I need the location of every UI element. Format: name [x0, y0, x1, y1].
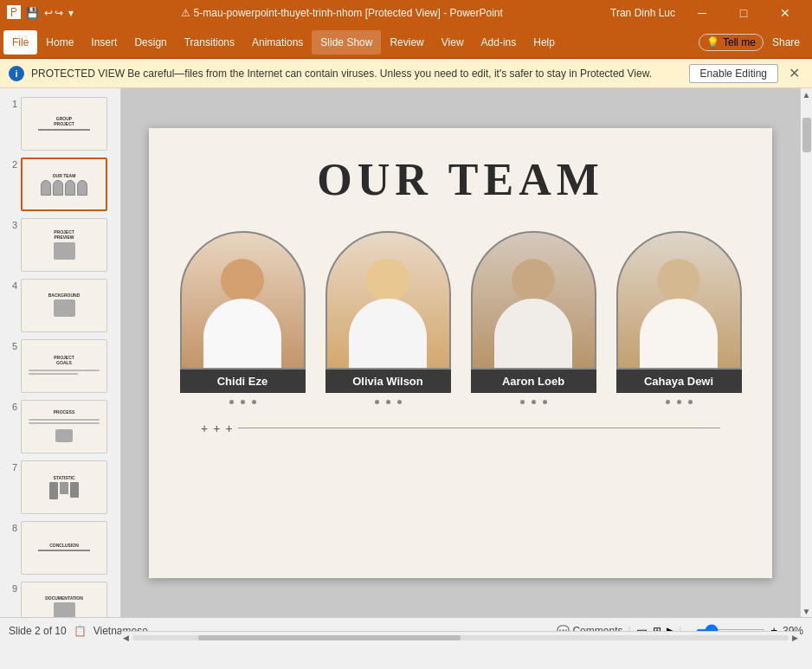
person-head-4 — [657, 259, 700, 302]
scroll-up-arrow[interactable]: ▲ — [801, 88, 813, 100]
redo-button[interactable]: ↪ — [55, 7, 63, 19]
dot — [241, 400, 245, 404]
dot — [677, 400, 681, 404]
user-name: Tran Dinh Luc — [610, 7, 675, 19]
close-protected-bar-button[interactable]: ✕ — [785, 63, 803, 83]
restore-button[interactable]: □ — [724, 0, 764, 26]
menu-help[interactable]: Help — [525, 30, 564, 55]
team-members-row: Chidi Eze Olivia Wilson — [149, 231, 772, 404]
thumb-content-8: CONCLUSION — [22, 522, 106, 574]
window-title: ⚠ 5-mau-powerpoint-thuyet-trinh-nhom [Pr… — [74, 7, 610, 19]
menu-design[interactable]: Design — [126, 30, 175, 55]
plus-icon-2: + — [213, 421, 220, 435]
member-name-1: Chidi Eze — [180, 370, 306, 393]
slide-number-4: 4 — [5, 279, 17, 291]
slide-item-2[interactable]: 2 OUR TEAM — [3, 156, 117, 213]
menu-slide-show[interactable]: Slide Show — [312, 30, 381, 55]
menu-file[interactable]: File — [3, 30, 37, 55]
member-dots-3 — [520, 400, 547, 404]
share-button[interactable]: Share — [764, 30, 809, 55]
member-dots-2 — [375, 400, 402, 404]
scrollbar-thumb[interactable] — [802, 118, 811, 152]
menu-animations[interactable]: Animations — [243, 30, 312, 55]
person-body-1 — [203, 299, 281, 368]
tell-me-label: Tell me — [723, 36, 756, 48]
slide-number-7: 7 — [5, 460, 17, 473]
plus-icon-1: + — [201, 421, 208, 435]
slide-item-4[interactable]: 4 BACKGROUND — [3, 277, 117, 334]
horizontal-scrollbar[interactable]: ◀ ▶ — [121, 631, 800, 643]
dot — [520, 400, 525, 404]
menu-view[interactable]: View — [433, 30, 473, 55]
slide-title: OUR TEAM — [149, 154, 772, 205]
person-body-3 — [494, 299, 572, 368]
person-head-3 — [512, 259, 555, 302]
member-card-3: Aaron Loeb — [468, 231, 598, 404]
h-scroll-thumb[interactable] — [198, 635, 461, 640]
dot — [543, 400, 547, 404]
slide-thumbnail-5[interactable]: PROJECTGOALS — [21, 339, 107, 393]
main-area: 1 GROUPPROJECT 2 OUR TEAM — [0, 88, 812, 617]
save-button[interactable]: 💾 — [26, 7, 39, 19]
slide-item-6[interactable]: 6 PROCESS — [3, 398, 117, 455]
minimize-button[interactable]: ─ — [682, 0, 722, 26]
thumb-content-9: DOCUMENTATION — [22, 582, 106, 617]
slide-thumbnail-1[interactable]: GROUPPROJECT — [21, 97, 107, 151]
bottom-line-area: + + + — [149, 421, 772, 435]
slide-thumbnail-4[interactable]: BACKGROUND — [21, 279, 107, 332]
plus-icon-3: + — [225, 421, 232, 435]
info-icon: i — [9, 66, 24, 81]
menu-review[interactable]: Review — [381, 30, 432, 55]
dot — [386, 400, 390, 404]
person-head-1 — [221, 259, 264, 302]
thumb-content-2: OUR TEAM — [23, 159, 106, 209]
slide-item-3[interactable]: 3 PROJECTPREVIEW — [3, 216, 117, 273]
menu-home[interactable]: Home — [37, 30, 82, 55]
person-head-2 — [366, 259, 409, 302]
menu-insert[interactable]: Insert — [82, 30, 126, 55]
enable-editing-button[interactable]: Enable Editing — [689, 64, 778, 83]
slide-number-2: 2 — [5, 158, 17, 170]
slide-info-icon: 📋 — [74, 625, 87, 637]
h-scroll-track[interactable] — [132, 635, 789, 640]
member-arch-1 — [180, 231, 306, 370]
slide-item-8[interactable]: 8 CONCLUSION — [3, 519, 117, 576]
undo-button[interactable]: ↩ — [44, 7, 53, 19]
slide-item-1[interactable]: 1 GROUPPROJECT — [3, 95, 117, 152]
member-name-2: Olivia Wilson — [325, 370, 451, 393]
member-arch-3 — [471, 231, 596, 370]
title-bar: 🅿 💾 ↩ ↪ ▾ ⚠ 5-mau-powerpoint-thuyet-trin… — [0, 0, 812, 26]
menu-add-ins[interactable]: Add-ins — [473, 30, 525, 55]
window-controls: ─ □ ✕ — [682, 0, 805, 26]
tell-me-box[interactable]: 💡 Tell me — [699, 34, 764, 51]
member-arch-4 — [616, 231, 742, 370]
slide-thumbnail-7[interactable]: STATISTIC — [21, 460, 107, 514]
slide-item-5[interactable]: 5 PROJECTGOALS — [3, 338, 117, 395]
right-scrollbar[interactable]: ▲ ▼ — [800, 88, 812, 617]
slide-number-5: 5 — [5, 339, 17, 351]
slide-panel: 1 GROUPPROJECT 2 OUR TEAM — [0, 88, 121, 617]
slide-item-9[interactable]: 9 DOCUMENTATION — [3, 580, 117, 617]
bottom-divider-line — [238, 428, 720, 428]
slide-thumbnail-9[interactable]: DOCUMENTATION — [21, 582, 107, 617]
thumb-content-3: PROJECTPREVIEW — [22, 219, 106, 271]
thumb-content-4: BACKGROUND — [22, 280, 106, 331]
slide-thumbnail-8[interactable]: CONCLUSION — [21, 521, 107, 575]
person-body-4 — [640, 299, 718, 368]
thumb-content-1: GROUPPROJECT — [22, 98, 106, 150]
slide-thumbnail-2[interactable]: OUR TEAM — [21, 158, 107, 211]
slide-number-6: 6 — [5, 400, 17, 412]
dot — [375, 400, 379, 404]
scroll-left-button[interactable]: ◀ — [123, 634, 129, 642]
title-bar-right: Tran Dinh Luc ─ □ ✕ — [610, 0, 805, 26]
slide-thumbnail-3[interactable]: PROJECTPREVIEW — [21, 218, 107, 272]
slide-item-7[interactable]: 7 STATISTIC — [3, 459, 117, 516]
member-name-3: Aaron Loeb — [471, 370, 596, 393]
scroll-down-arrow[interactable]: ▼ — [801, 605, 813, 617]
close-button[interactable]: ✕ — [765, 0, 805, 26]
member-card-4: Cahaya Dewi — [614, 231, 744, 404]
menu-transitions[interactable]: Transitions — [176, 30, 243, 55]
scroll-right-button[interactable]: ▶ — [792, 634, 798, 642]
slide-thumbnail-6[interactable]: PROCESS — [21, 400, 107, 454]
member-name-4: Cahaya Dewi — [616, 370, 742, 393]
